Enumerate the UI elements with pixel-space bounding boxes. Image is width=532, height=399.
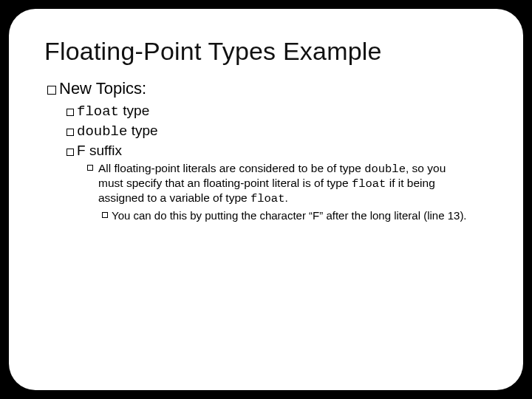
bullet-level2-double: double type [66, 123, 488, 140]
square-bullet-icon [102, 212, 108, 218]
text-part: . [284, 191, 287, 204]
code-text: double [77, 123, 127, 140]
square-bullet-icon [47, 86, 56, 95]
bullet-level3: All floating-point literals are consider… [87, 162, 473, 206]
bullet-level2-float: float type [66, 103, 488, 120]
square-bullet-icon [66, 149, 74, 156]
bullet-level1: New Topics: [47, 79, 488, 98]
code-text: float [352, 177, 386, 191]
square-bullet-icon [87, 165, 93, 171]
bullet-text: type [119, 103, 149, 118]
bullet-text: New Topics: [59, 79, 146, 98]
square-bullet-icon [66, 109, 74, 116]
bullet-text: type [127, 123, 157, 138]
bullet-level2-fsuffix: F suffix [66, 143, 488, 159]
square-bullet-icon [66, 129, 74, 136]
text-part: All floating-point literals are consider… [98, 162, 364, 174]
bullet-body: You can do this by putting the character… [102, 209, 473, 222]
code-text: double [364, 163, 406, 176]
slide-title: Floating-Point Types Example [44, 37, 488, 66]
code-text: float [250, 192, 285, 205]
bullet-body: All floating-point literals are consider… [87, 162, 473, 206]
bullet-text: F suffix [77, 143, 122, 158]
slide-frame: Floating-Point Types Example New Topics:… [9, 9, 523, 390]
bullet-text: You can do this by putting the character… [112, 209, 467, 222]
bullet-level4: You can do this by putting the character… [102, 209, 473, 222]
code-text: float [77, 103, 119, 120]
